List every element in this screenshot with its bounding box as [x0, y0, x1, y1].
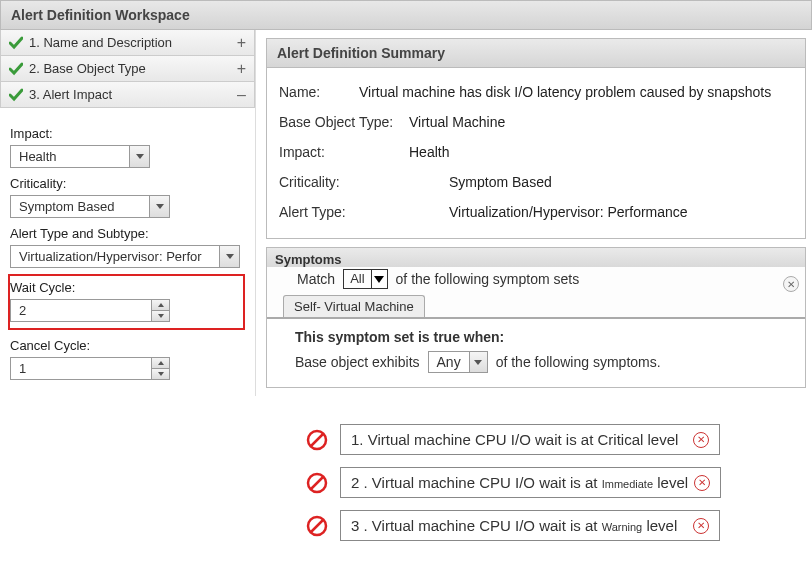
symptom-item[interactable]: 3 . Virtual machine CPU I/O wait is at W… [340, 510, 720, 541]
svg-line-3 [311, 477, 323, 489]
prohibit-icon [306, 429, 328, 451]
summary-criticality-label: Criticality: [279, 174, 449, 190]
spinner-down[interactable] [152, 369, 169, 379]
wait-cycle-stepper[interactable]: 2 [10, 299, 170, 322]
alert-type-value: Virtualization/Hypervisor: Perfor [11, 246, 219, 267]
summary-alert-type-label: Alert Type: [279, 204, 449, 220]
impact-label: Impact: [10, 126, 245, 141]
summary-impact-value: Health [409, 144, 793, 160]
check-icon [9, 62, 23, 76]
symptom-row: 3 . Virtual machine CPU I/O wait is at W… [306, 510, 812, 541]
symptom-items: 1. Virtual machine CPU I/O wait is at Cr… [306, 424, 812, 541]
workspace-title: Alert Definition Workspace [0, 0, 812, 30]
summary-criticality-value: Symptom Based [449, 174, 793, 190]
symptom-num: 2 . [351, 474, 368, 491]
summary-name-label: Name: [279, 84, 359, 100]
accordion-item-base-object[interactable]: 2. Base Object Type + [0, 56, 255, 82]
accordion-label: 3. Alert Impact [29, 87, 112, 102]
symptom-set-title: This symptom set is true when: [295, 329, 791, 345]
match-prefix: Match [297, 271, 335, 287]
match-select[interactable]: All [343, 269, 387, 289]
symptom-text: Virtual machine CPU I/O wait is at [372, 474, 598, 491]
alert-impact-form: Impact: Health Criticality: Symptom Base… [0, 108, 255, 396]
cancel-cycle-label: Cancel Cycle: [10, 338, 245, 353]
svg-line-5 [311, 520, 323, 532]
symptom-text: Virtual machine CPU I/O wait is at Criti… [368, 431, 679, 448]
accordion-item-name-description[interactable]: 1. Name and Description + [0, 30, 255, 56]
check-icon [9, 88, 23, 102]
chevron-down-icon[interactable] [149, 196, 169, 217]
summary-alert-type-value: Virtualization/Hypervisor: Performance [449, 204, 793, 220]
summary-base-object-value: Virtual Machine [409, 114, 793, 130]
criticality-label: Criticality: [10, 176, 245, 191]
symptom-text-tail: level [657, 474, 688, 491]
chevron-down-icon[interactable] [469, 352, 487, 372]
symptom-item[interactable]: 2 . Virtual machine CPU I/O wait is at I… [340, 467, 721, 498]
accordion-item-alert-impact[interactable]: 3. Alert Impact – [0, 82, 255, 108]
symptom-set-tab[interactable]: Self- Virtual Machine [283, 295, 425, 317]
base-prefix: Base object exhibits [295, 354, 420, 370]
level-badge: Immediate [602, 478, 653, 490]
delete-icon[interactable]: ✕ [693, 518, 709, 534]
criticality-select[interactable]: Symptom Based [10, 195, 170, 218]
accordion-label: 2. Base Object Type [29, 61, 146, 76]
base-suffix: of the following symptoms. [496, 354, 661, 370]
level-badge: Warning [602, 521, 643, 533]
accordion-label: 1. Name and Description [29, 35, 172, 50]
prohibit-icon [306, 515, 328, 537]
spinner-up[interactable] [152, 300, 169, 311]
chevron-down-icon[interactable] [371, 270, 387, 288]
sidebar: 1. Name and Description + 2. Base Object… [0, 30, 256, 396]
symptom-item[interactable]: 1. Virtual machine CPU I/O wait is at Cr… [340, 424, 720, 455]
symptom-num: 1. [351, 431, 364, 448]
symptoms-panel: Symptoms ✕ Match All of the following sy… [266, 247, 806, 388]
summary-header: Alert Definition Summary [267, 39, 805, 68]
check-icon [9, 36, 23, 50]
chevron-down-icon[interactable] [219, 246, 239, 267]
expand-icon: + [237, 36, 246, 50]
delete-icon[interactable]: ✕ [693, 432, 709, 448]
delete-icon[interactable]: ✕ [694, 475, 710, 491]
symptom-num: 3 . [351, 517, 368, 534]
symptom-row: 1. Virtual machine CPU I/O wait is at Cr… [306, 424, 812, 455]
cancel-cycle-value: 1 [11, 358, 151, 379]
expand-icon: + [237, 62, 246, 76]
impact-select[interactable]: Health [10, 145, 150, 168]
wait-cycle-value: 2 [11, 300, 151, 321]
prohibit-icon [306, 472, 328, 494]
chevron-down-icon[interactable] [129, 146, 149, 167]
symptom-row: 2 . Virtual machine CPU I/O wait is at I… [306, 467, 812, 498]
symptom-text: Virtual machine CPU I/O wait is at [372, 517, 598, 534]
spinner-up[interactable] [152, 358, 169, 369]
alert-type-label: Alert Type and Subtype: [10, 226, 245, 241]
symptoms-header: Symptoms [267, 248, 805, 267]
summary-panel: Alert Definition Summary Name: Virtual m… [266, 38, 806, 239]
impact-value: Health [11, 146, 129, 167]
match-value: All [344, 270, 370, 288]
collapse-icon: – [237, 88, 246, 102]
close-icon[interactable]: ✕ [783, 276, 799, 292]
cancel-cycle-stepper[interactable]: 1 [10, 357, 170, 380]
main-content: Alert Definition Summary Name: Virtual m… [256, 30, 812, 388]
wait-cycle-label: Wait Cycle: [10, 280, 237, 295]
base-exhibits-value: Any [429, 352, 469, 372]
base-exhibits-select[interactable]: Any [428, 351, 488, 373]
match-suffix: of the following symptom sets [396, 271, 580, 287]
symptom-text-tail: level [646, 517, 677, 534]
summary-name-value: Virtual machine has disk I/O latency pro… [359, 84, 793, 100]
summary-base-object-label: Base Object Type: [279, 114, 409, 130]
criticality-value: Symptom Based [11, 196, 149, 217]
wait-cycle-highlight: Wait Cycle: 2 [8, 274, 245, 330]
summary-impact-label: Impact: [279, 144, 409, 160]
alert-type-select[interactable]: Virtualization/Hypervisor: Perfor [10, 245, 240, 268]
svg-line-1 [311, 434, 323, 446]
spinner-down[interactable] [152, 311, 169, 321]
